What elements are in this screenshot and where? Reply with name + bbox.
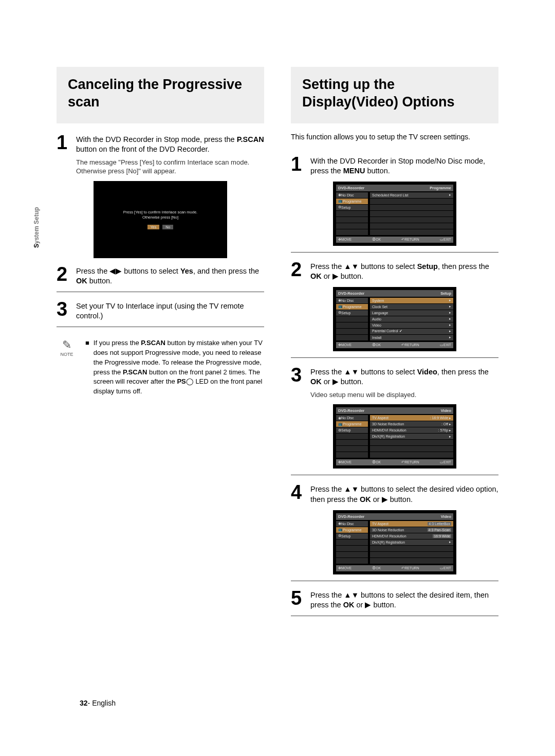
right-step-1: 1 With the DVD Recorder in Stop mode/No … (291, 154, 498, 176)
right-column: Setting up the Display(Video) Options Th… (291, 67, 498, 623)
menu-programme[interactable]: 📺 Programme (336, 199, 368, 204)
menu-setup[interactable]: ⚙ Setup (336, 205, 368, 210)
bullet-icon: ■ (85, 338, 89, 397)
note-block: ✎ NOTE ■If you press the P.SCAN button b… (57, 338, 264, 397)
yes-button[interactable]: Yes (147, 225, 159, 229)
page-footer: 32- English (80, 699, 116, 707)
no-button[interactable]: No (162, 225, 173, 229)
interlace-confirm-dialog: Press [Yes] to confirm Interlace scan mo… (94, 181, 227, 258)
intro-text: This function allows you to setup the TV… (291, 133, 498, 141)
right-step-5: 5 Press the ▲▼ buttons to select the des… (291, 588, 498, 610)
menu-screenshot-3: DVD-RecorderVideo ◉ No Disc 📺 Programme … (333, 404, 456, 469)
step-text: With the DVD Recorder in Stop mode, pres… (76, 135, 264, 154)
section-title-cancel-pscan: Canceling the Progressive scan (57, 67, 264, 123)
note-icon: ✎ (57, 338, 77, 352)
left-step-3: 3 Set your TV to Interlace input (using … (57, 299, 264, 321)
menu-screenshot-4: DVD-RecorderVideo ◉ No Disc 📺 Programme … (333, 510, 456, 574)
menu-screenshot-2: DVD-RecorderSetup ◉ No Disc 📺 Programme … (333, 287, 456, 351)
sidebar-section-label: System Setup (33, 207, 40, 248)
left-step-1: 1 With the DVD Recorder in Stop mode, pr… (57, 133, 264, 176)
left-column: Canceling the Progressive scan 1 With th… (57, 67, 264, 623)
right-step-4: 4 Press the ▲▼ buttons to select the des… (291, 482, 498, 505)
right-step-3: 3 Press the ▲▼ buttons to select Video, … (291, 365, 498, 400)
section-title-video-options: Setting up the Display(Video) Options (291, 67, 498, 123)
right-step-2: 2 Press the ▲▼ buttons to select Setup, … (291, 260, 498, 282)
menu-screenshot-1: DVD-RecorderProgramme ◉ No Disc 📺 Progra… (333, 182, 456, 246)
left-step-2: 2 Press the ◀▶ buttons to select Yes, an… (57, 264, 264, 286)
